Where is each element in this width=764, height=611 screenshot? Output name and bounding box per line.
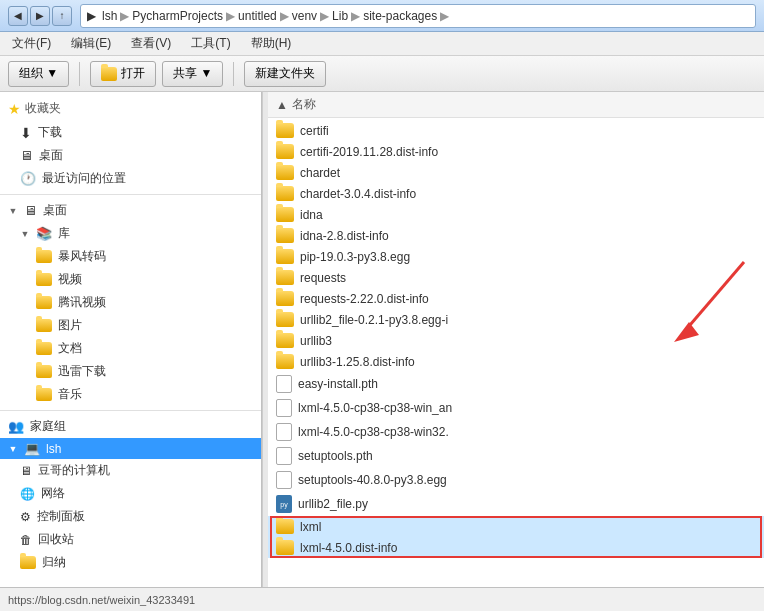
download-icon: ⬇ (20, 125, 32, 141)
sidebar-item-network[interactable]: 🌐 网络 (0, 482, 261, 505)
folder-icon (276, 123, 294, 138)
folder-icon (20, 556, 36, 569)
list-item[interactable]: setuptools.pth (268, 444, 764, 468)
menu-edit[interactable]: 编辑(E) (63, 33, 119, 54)
selected-files-group: lxml lxml-4.5.0.dist-info (268, 516, 764, 558)
list-item[interactable]: certifi-2019.11.28.dist-info (268, 141, 764, 162)
divider2 (0, 410, 261, 411)
menu-file[interactable]: 文件(F) (4, 33, 59, 54)
column-name[interactable]: 名称 (292, 96, 316, 113)
folder-icon (276, 312, 294, 327)
sidebar-item-video[interactable]: 视频 (0, 268, 261, 291)
sidebar-item-control[interactable]: ⚙ 控制面板 (0, 505, 261, 528)
list-item[interactable]: easy-install.pth (268, 372, 764, 396)
sidebar-item-归纳[interactable]: 归纳 (0, 551, 261, 574)
path-sep: ▶ (87, 9, 96, 23)
folder-icon (36, 342, 52, 355)
nav-buttons[interactable]: ◀ ▶ ↑ (8, 6, 72, 26)
sidebar-item-tencent[interactable]: 腾讯视频 (0, 291, 261, 314)
menu-view[interactable]: 查看(V) (123, 33, 179, 54)
folder-icon (276, 165, 294, 180)
sidebar-item-download[interactable]: ⬇ 下载 (0, 121, 261, 144)
list-item[interactable]: urllib3 (268, 330, 764, 351)
folder-icon (36, 388, 52, 401)
folder-icon (36, 250, 52, 263)
list-item-lxml-dist[interactable]: lxml-4.5.0.dist-info (268, 537, 764, 558)
desktop-icon: 🖥 (20, 148, 33, 163)
open-button[interactable]: 打开 (90, 61, 156, 87)
address-bar[interactable]: ▶ lsh ▶ PycharmProjects ▶ untitled ▶ ven… (80, 4, 756, 28)
star-icon: ★ (8, 101, 21, 117)
list-item[interactable]: certifi (268, 120, 764, 141)
doc-icon (276, 423, 292, 441)
list-item[interactable]: idna-2.8.dist-info (268, 225, 764, 246)
back-button[interactable]: ◀ (8, 6, 28, 26)
folder-icon (276, 249, 294, 264)
file-list: certifi certifi-2019.11.28.dist-info cha… (268, 118, 764, 560)
sidebar-item-dougg[interactable]: 🖥 豆哥的计算机 (0, 459, 261, 482)
sidebar-item-docs[interactable]: 文档 (0, 337, 261, 360)
list-item[interactable]: lxml-4.5.0-cp38-cp38-win_an (268, 396, 764, 420)
list-item[interactable]: requests (268, 267, 764, 288)
toolbar: 组织 ▼ 打开 共享 ▼ 新建文件夹 (0, 56, 764, 92)
list-item[interactable]: setuptools-40.8.0-py3.8.egg (268, 468, 764, 492)
network-icon: 🌐 (20, 487, 35, 501)
menu-tools[interactable]: 工具(T) (183, 33, 238, 54)
folder-icon (276, 186, 294, 201)
sidebar-item-desktop2[interactable]: ▼ 🖥 桌面 (0, 199, 261, 222)
path-untitled[interactable]: untitled (238, 9, 277, 23)
content-pane: ▲ 名称 certifi certifi-2019.11.28.dist-inf… (268, 92, 764, 587)
list-item[interactable]: requests-2.22.0.dist-info (268, 288, 764, 309)
folder-icon (276, 228, 294, 243)
sidebar-item-recent[interactable]: 🕐 最近访问的位置 (0, 167, 261, 190)
list-item[interactable]: urllib2_file-0.2.1-py3.8.egg-i (268, 309, 764, 330)
folder-icon (276, 270, 294, 285)
new-folder-button[interactable]: 新建文件夹 (244, 61, 326, 87)
share-button[interactable]: 共享 ▼ (162, 61, 223, 87)
status-bar: https://blog.csdn.net/weixin_43233491 (0, 587, 764, 611)
sidebar-item-pictures[interactable]: 图片 (0, 314, 261, 337)
favorites-group[interactable]: ★ 收藏夹 (0, 96, 261, 121)
lib-arrow: ▼ (20, 229, 30, 239)
folder-icon (276, 144, 294, 159)
folder-icon (276, 354, 294, 369)
homegroup-icon: 👥 (8, 419, 24, 434)
path-pycharm[interactable]: PycharmProjects (132, 9, 223, 23)
list-item-lxml[interactable]: lxml (268, 516, 764, 537)
path-venv[interactable]: venv (292, 9, 317, 23)
list-item[interactable]: urllib3-1.25.8.dist-info (268, 351, 764, 372)
open-folder-icon (101, 67, 117, 81)
list-item[interactable]: py urllib2_file.py (268, 492, 764, 516)
sidebar-item-music[interactable]: 音乐 (0, 383, 261, 406)
sidebar-item-xunlei[interactable]: 迅雷下载 (0, 360, 261, 383)
list-item[interactable]: chardet-3.0.4.dist-info (268, 183, 764, 204)
list-item[interactable]: idna (268, 204, 764, 225)
organize-button[interactable]: 组织 ▼ (8, 61, 69, 87)
folder-icon (276, 540, 294, 555)
pc-icon: 🖥 (20, 464, 32, 478)
list-item[interactable]: lxml-4.5.0-cp38-cp38-win32. (268, 420, 764, 444)
path-lsh[interactable]: lsh (102, 9, 117, 23)
path-site-packages[interactable]: site-packages (363, 9, 437, 23)
path-lib[interactable]: Lib (332, 9, 348, 23)
sidebar-item-recycle[interactable]: 🗑 回收站 (0, 528, 261, 551)
sidebar-item-library[interactable]: ▼ 📚 库 (0, 222, 261, 245)
menu-help[interactable]: 帮助(H) (243, 33, 300, 54)
recent-icon: 🕐 (20, 171, 36, 186)
column-header: ▲ 名称 (268, 92, 764, 118)
status-text: https://blog.csdn.net/weixin_43233491 (8, 594, 195, 606)
list-item[interactable]: pip-19.0.3-py3.8.egg (268, 246, 764, 267)
list-item[interactable]: chardet (268, 162, 764, 183)
divider1 (0, 194, 261, 195)
lsh-icon: 💻 (24, 441, 40, 456)
forward-button[interactable]: ▶ (30, 6, 50, 26)
main-area: ★ 收藏夹 ⬇ 下载 🖥 桌面 🕐 最近访问的位置 ▼ 🖥 桌面 ▼ 📚 库 (0, 92, 764, 587)
sidebar-item-lsh[interactable]: ▼ 💻 lsh (0, 438, 261, 459)
sidebar-item-baofeng[interactable]: 暴风转码 (0, 245, 261, 268)
sidebar-item-homegroup[interactable]: 👥 家庭组 (0, 415, 261, 438)
sort-arrow[interactable]: ▲ (276, 98, 288, 112)
py-icon: py (276, 495, 292, 513)
up-button[interactable]: ↑ (52, 6, 72, 26)
library-icon: 📚 (36, 226, 52, 241)
sidebar-item-desktop[interactable]: 🖥 桌面 (0, 144, 261, 167)
